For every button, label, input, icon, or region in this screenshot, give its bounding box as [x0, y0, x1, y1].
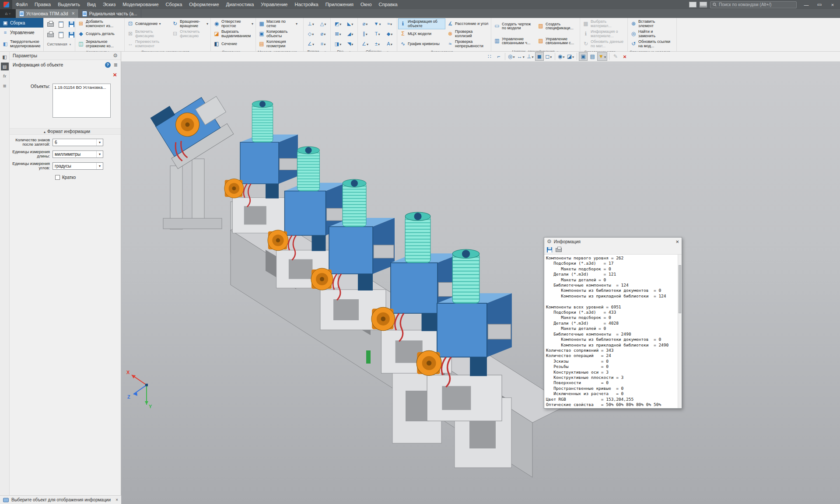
- mode-assembly[interactable]: ▣Сборка: [0, 18, 43, 28]
- grid-button[interactable]: ∷: [485, 52, 494, 61]
- close-button[interactable]: ×: [826, 0, 839, 9]
- layout-icon[interactable]: [689, 2, 696, 7]
- menu-window[interactable]: Окно: [357, 0, 375, 9]
- mode-solid-modeling[interactable]: ◧Твердотельное моделирование: [0, 37, 43, 50]
- screen-icon[interactable]: [700, 2, 707, 7]
- material-info-button[interactable]: ℹИнформация о материале...: [581, 29, 626, 39]
- move-component-button[interactable]: ↔Переместить компонент: [126, 39, 170, 49]
- command-search-input[interactable]: Поиск по командам (Alt+/): [710, 1, 797, 8]
- info-window[interactable]: Информация × Компоненты первого уровня =…: [544, 237, 682, 409]
- parameters-header[interactable]: Параметры: [10, 52, 121, 60]
- aux-tool-button[interactable]: ∠: [305, 39, 317, 49]
- create-specification-button[interactable]: ▧Создать спецификаци...: [536, 19, 578, 34]
- aux-tool-button[interactable]: ≡: [317, 39, 329, 49]
- simple-hole-button[interactable]: ◉Отверстие простое: [212, 19, 254, 29]
- menu-sketch[interactable]: Эскиз: [99, 0, 119, 9]
- disable-fixation-button[interactable]: ⊟Отключить фиксацию: [171, 29, 209, 39]
- collision-check-button[interactable]: ⊗Проверка коллизий: [446, 29, 490, 39]
- print-info-button[interactable]: [556, 248, 562, 252]
- pan-button[interactable]: ↔: [516, 52, 525, 61]
- partition-tool-button[interactable]: ⊠: [332, 29, 344, 38]
- designation-tool-button[interactable]: ±: [371, 39, 383, 49]
- manage-linked-drawings-button[interactable]: ▥Управление связанными ч...: [493, 34, 536, 49]
- info-window-titlebar[interactable]: Информация ×: [544, 238, 682, 245]
- hide-objects-button[interactable]: ◉: [557, 52, 566, 61]
- brief-checkbox[interactable]: [55, 175, 60, 180]
- grid-array-button[interactable]: ▦Массив по сетке: [257, 19, 298, 29]
- help-icon[interactable]: ?: [105, 62, 111, 68]
- geometry-collection-button[interactable]: ▤Коллекция геометрии: [257, 39, 298, 49]
- tab-ustanovka-tpm[interactable]: Установка ТПМ.a3d ×: [16, 9, 79, 18]
- scrollbar-thumb[interactable]: [679, 265, 681, 313]
- curvature-graph-button[interactable]: ∿График кривизны: [399, 39, 445, 49]
- shaded-display-button[interactable]: ◼: [535, 52, 544, 61]
- app-menu-tab[interactable]: ⌂: [0, 9, 16, 18]
- tab-radialnaya-chast[interactable]: Радиальная часть (а...: [79, 9, 141, 18]
- menu-file[interactable]: Файл: [12, 0, 31, 9]
- menu-edit[interactable]: Правка: [31, 0, 54, 9]
- designation-tool-button[interactable]: ≈: [384, 19, 396, 28]
- designation-tool-button[interactable]: ⌀: [359, 19, 371, 28]
- menu-settings[interactable]: Настройка: [291, 0, 322, 9]
- designation-tool-button[interactable]: Т: [371, 29, 383, 38]
- gear-icon[interactable]: [113, 52, 118, 59]
- save-button[interactable]: [67, 20, 76, 29]
- add-component-button[interactable]: ⊞Добавить компонент из...: [77, 19, 123, 29]
- list-icon[interactable]: [114, 62, 118, 68]
- partition-tool-button[interactable]: ◢: [344, 29, 356, 38]
- create-part-button[interactable]: ◆Создать деталь: [77, 29, 123, 39]
- filter-button[interactable]: ▼: [597, 52, 607, 61]
- maximize-button[interactable]: ▭: [813, 0, 826, 9]
- update-links-button[interactable]: ↺Обновить ссылки на мод...: [629, 39, 671, 49]
- designation-tool-button[interactable]: ∠: [359, 39, 371, 49]
- zoom-button[interactable]: ◎: [507, 52, 516, 61]
- save-as-button[interactable]: [67, 30, 76, 39]
- distance-angle-button[interactable]: ∡Расстояние и угол: [446, 19, 490, 29]
- tilted-head-unit[interactable]: [147, 82, 238, 169]
- menu-assembly[interactable]: Сборка: [162, 0, 186, 9]
- objects-list[interactable]: 1.19.01154 ВО Установка...: [52, 84, 111, 118]
- app-logo[interactable]: [0, 0, 12, 9]
- angle-units-select[interactable]: градусы: [52, 162, 103, 170]
- cancel-command-icon[interactable]: ×: [113, 71, 117, 78]
- clip-geometry-button[interactable]: ◪: [566, 52, 575, 61]
- menu-help[interactable]: Справка: [375, 0, 401, 9]
- menu-layout[interactable]: Оформление: [186, 0, 222, 9]
- tab-close-icon[interactable]: ×: [72, 10, 75, 17]
- object-info-button[interactable]: ℹИнформация об объекте: [399, 19, 445, 29]
- select-material-button[interactable]: ▩Выбрать материал...: [581, 19, 626, 29]
- status-close-icon[interactable]: ×: [116, 497, 118, 502]
- copy-objects-button[interactable]: ▣Копировать объекты: [257, 29, 298, 39]
- parameters-tab-button[interactable]: ▤: [1, 63, 9, 70]
- designation-tool-button[interactable]: ▼: [371, 19, 383, 28]
- abort-button[interactable]: ×: [620, 52, 629, 61]
- menu-applications[interactable]: Приложения: [322, 0, 357, 9]
- menu-select[interactable]: Выделить: [54, 0, 84, 9]
- continuity-check-button[interactable]: ≈Проверка непрерывности: [446, 39, 490, 49]
- cut-extrude-button[interactable]: ◪Вырезать выдавливанием: [212, 29, 254, 39]
- aux-tool-button[interactable]: ⊥: [305, 19, 317, 28]
- designation-tool-button[interactable]: А: [384, 39, 396, 49]
- assembly-model[interactable]: X Z Y: [121, 62, 840, 504]
- print-button[interactable]: [46, 20, 55, 29]
- viewport[interactable]: ∷ ⌐ ◎ ↔ ⊥ ◼ ◻ ◉ ◪ ▣ ▤ ▼ ✎ ×: [121, 52, 840, 504]
- group-label-system[interactable]: Системная: [44, 41, 75, 47]
- scene-settings-button[interactable]: ▤: [588, 52, 597, 61]
- partition-tool-button[interactable]: ◥: [344, 39, 356, 49]
- info-close-icon[interactable]: ×: [676, 239, 679, 245]
- menu-diagnostics[interactable]: Диагностика: [223, 0, 258, 9]
- aux-tool-button[interactable]: △: [317, 19, 329, 28]
- update-material-button[interactable]: ↻Обновить данные по мат...: [581, 39, 626, 49]
- designation-tool-button[interactable]: ◆: [384, 29, 396, 38]
- menu-modeling[interactable]: Моделирование: [119, 0, 162, 9]
- save-info-button[interactable]: [547, 247, 552, 252]
- rotation-rotation-button[interactable]: ↻Вращение-вращение: [171, 19, 209, 29]
- print-preview-button[interactable]: [46, 30, 55, 39]
- display-mode-button[interactable]: ◻: [544, 52, 553, 61]
- partition-tool-button[interactable]: ◨: [332, 39, 344, 49]
- info-scrollbar[interactable]: [678, 255, 682, 408]
- layout-corner-button[interactable]: ⌐: [494, 52, 503, 61]
- mirror-component-button[interactable]: ◫Зеркальное отражение ко...: [77, 39, 123, 49]
- manage-linked-specs-button[interactable]: ▨Управление связанными с...: [536, 34, 578, 49]
- decimal-places-select[interactable]: 6: [52, 139, 103, 146]
